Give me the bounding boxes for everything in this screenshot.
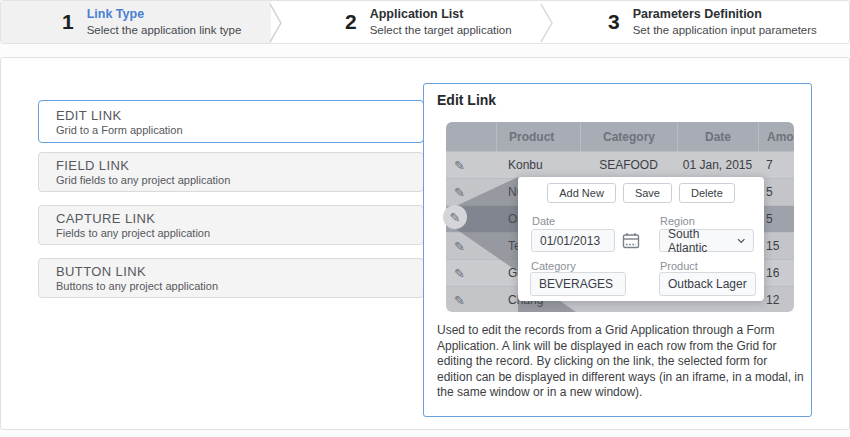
link-type-title: BUTTON LINK: [56, 264, 423, 279]
chevron-down-icon: [737, 238, 745, 244]
link-type-option-field-link[interactable]: FIELD LINK Grid fields to any project ap…: [38, 152, 424, 192]
edit-pencil-icon[interactable]: ✎: [454, 294, 465, 307]
popup-button-row: Add New Save Delete: [518, 177, 764, 203]
step-title: Link Type: [87, 7, 242, 23]
category-input[interactable]: BEVERAGES: [530, 272, 626, 296]
grid-header-category: Category: [580, 122, 677, 151]
link-type-subtitle: Grid fields to any project application: [56, 174, 423, 186]
selected-row-highlight: ✎: [443, 205, 467, 229]
preview-title: Edit Link: [437, 92, 496, 108]
add-new-button[interactable]: Add New: [547, 183, 616, 203]
link-type-title: CAPTURE LINK: [56, 211, 423, 226]
edit-pencil-icon[interactable]: ✎: [454, 267, 465, 280]
grid-header-row: Product Category Date Amount: [446, 122, 794, 151]
table-row: ✎ Konbu SEAFOOD 01 Jan, 2015 7: [446, 151, 794, 178]
product-input[interactable]: Outback Lager: [659, 272, 756, 296]
edit-form-popup: Add New Save Delete Date 01/01/2013 Regi…: [518, 177, 764, 301]
step-separator-chevron-icon: [540, 2, 554, 44]
link-type-option-edit-link[interactable]: EDIT LINK Grid to a Form application: [38, 100, 424, 143]
step-subtitle: Set the application input parameters: [633, 23, 817, 37]
step-number: 3: [608, 10, 620, 34]
link-type-title: FIELD LINK: [56, 158, 423, 173]
date-field-label: Date: [532, 215, 555, 227]
category-field-label: Category: [531, 260, 576, 272]
grid-header-product: Product: [496, 122, 580, 151]
link-type-title: EDIT LINK: [56, 108, 423, 123]
grid-header-date: Date: [677, 122, 758, 151]
wizard-steps-bar: 1 Link Type Select the application link …: [0, 0, 850, 44]
step-title: Application List: [370, 7, 512, 23]
edit-pencil-icon[interactable]: ✎: [454, 186, 465, 199]
step-application-list[interactable]: 2 Application List Select the target app…: [345, 1, 512, 43]
edit-pencil-icon[interactable]: ✎: [450, 211, 461, 224]
delete-button[interactable]: Delete: [679, 183, 735, 203]
link-type-option-button-link[interactable]: BUTTON LINK Buttons to any project appli…: [38, 258, 424, 298]
step-subtitle: Select the application link type: [87, 23, 242, 37]
region-select-value: South Atlantic: [668, 227, 737, 255]
link-wizard-page: 1 Link Type Select the application link …: [0, 0, 850, 437]
date-input[interactable]: 01/01/2013: [531, 229, 615, 252]
product-field-label: Product: [660, 260, 698, 272]
link-type-subtitle: Grid to a Form application: [56, 124, 423, 136]
grid-header-amount: Amount: [758, 122, 794, 151]
link-type-description: Used to edit the records from a Grid App…: [437, 323, 805, 401]
step-number: 1: [62, 10, 74, 34]
save-button[interactable]: Save: [623, 183, 672, 203]
grid-header-icon-col: [446, 122, 496, 151]
edit-pencil-icon[interactable]: ✎: [454, 159, 465, 172]
region-field-label: Region: [660, 215, 695, 227]
step-parameters-definition[interactable]: 3 Parameters Definition Set the applicat…: [608, 1, 817, 43]
link-type-subtitle: Fields to any project application: [56, 227, 423, 239]
region-select[interactable]: South Atlantic: [659, 229, 754, 252]
step-title: Parameters Definition: [633, 7, 817, 23]
step-number: 2: [345, 10, 357, 34]
link-type-subtitle: Buttons to any project application: [56, 280, 423, 292]
step-subtitle: Select the target application: [370, 23, 512, 37]
step-separator-chevron-icon: [269, 2, 283, 44]
step-link-type[interactable]: 1 Link Type Select the application link …: [62, 1, 241, 43]
link-type-option-capture-link[interactable]: CAPTURE LINK Fields to any project appli…: [38, 205, 424, 245]
edit-pencil-icon[interactable]: ✎: [454, 240, 465, 253]
edit-link-preview-panel: Edit Link Product Category Date Amount ✎…: [423, 83, 812, 417]
calendar-icon[interactable]: [622, 232, 640, 249]
